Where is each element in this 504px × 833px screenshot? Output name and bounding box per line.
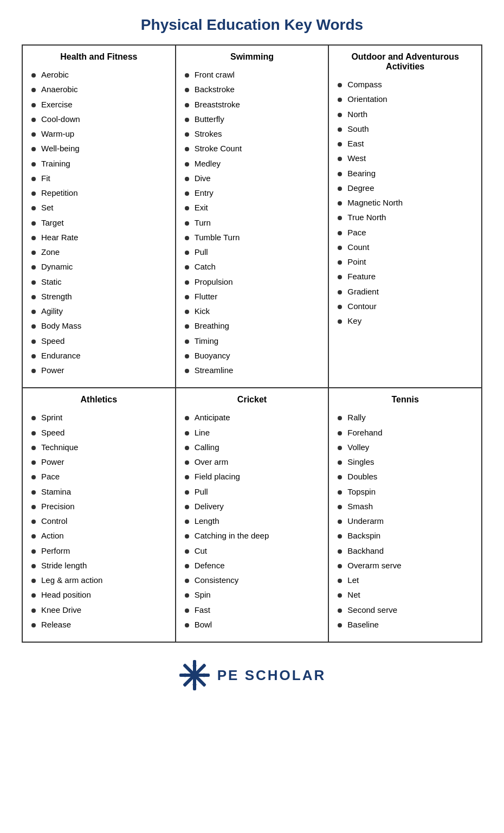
list-item: Entry [185,187,320,199]
keywords-table: Health and FitnessAerobicAnaerobicExerci… [22,44,482,643]
keyword-text: Stamina [41,485,71,498]
list-item: Breathing [185,319,320,332]
keyword-text: Well-being [41,142,80,155]
keyword-text: Underarm [347,515,384,527]
cell-athletics: AthleticsSprintSpeedTechniquePowerPaceSt… [22,388,176,642]
keyword-text: Count [347,241,369,253]
keyword-text: Fast [195,604,210,616]
logo-icon [178,659,211,691]
keyword-text: Key [347,315,361,327]
list-item: Well-being [31,142,166,155]
list-item: Baseline [338,618,473,631]
keyword-text: Delivery [195,500,224,512]
list-item: Fast [185,604,320,616]
list-item: Rally [338,411,473,424]
list-item: Endurance [31,349,166,362]
list-item: Degree [338,182,473,194]
list-item: West [338,152,473,164]
list-item: Dynamic [31,260,166,273]
keyword-text: Pace [41,470,60,483]
bullet-icon [31,103,36,107]
keyword-text: Tumble Turn [195,231,240,244]
keyword-text: Over arm [195,456,229,468]
list-item: Fit [31,172,166,184]
bullet-icon [185,310,189,314]
list-item: Calling [185,441,320,453]
keyword-text: Agility [41,305,63,317]
bullet-icon [338,319,342,324]
page-title: Physical Education Key Words [22,16,482,34]
list-item: Target [31,216,166,229]
bullet-icon [31,147,36,151]
bullet-icon [31,593,36,598]
list-item: Set [31,201,166,214]
bullet-icon [338,127,342,132]
bullet-icon [338,505,342,509]
bullet-icon [185,475,189,479]
list-item: Release [31,618,166,631]
keyword-text: Backhand [347,544,384,557]
list-item: Volley [338,441,473,453]
keyword-text: Spin [195,588,211,601]
bullet-icon [338,246,342,250]
keyword-text: Backstroke [195,83,235,95]
bullet-icon [31,251,36,255]
list-item: Over arm [185,456,320,468]
keyword-text: Dive [195,172,211,184]
keyword-text: Control [41,515,67,527]
bullet-icon [31,73,36,78]
bullet-icon [31,324,36,329]
list-item: Line [185,426,320,439]
footer: PE SCHOLAR [22,659,482,691]
bullet-icon [31,564,36,568]
list-item: Repetition [31,187,166,199]
bullet-icon [31,431,36,435]
list-item: Field placing [185,470,320,483]
list-item: Backstroke [185,83,320,95]
list-item: Gradient [338,285,473,298]
bullet-icon [31,608,36,613]
list-item: Hear Rate [31,231,166,244]
bullet-icon [31,118,36,122]
bullet-icon [185,206,189,210]
bullet-icon [338,275,342,279]
bullet-icon [338,113,342,117]
keyword-text: Smash [347,500,373,512]
list-item: True North [338,211,473,223]
keyword-text: Flutter [195,290,218,303]
bullet-icon [31,369,36,373]
list-item: Anticipate [185,411,320,424]
list-item: Catching in the deep [185,529,320,542]
keyword-text: Gradient [347,285,379,298]
keyword-text: Contour [347,300,376,312]
bullet-icon [185,162,189,166]
keyword-text: Power [41,364,64,376]
bullet-icon [31,354,36,358]
list-item: Cool-down [31,113,166,125]
list-item: Strength [31,290,166,303]
bullet-icon [338,431,342,435]
list-item: East [338,137,473,150]
cell-tennis: TennisRallyForehandVolleySinglesDoublesT… [328,388,482,642]
bullet-icon [185,251,189,255]
bullet-icon [338,172,342,176]
list-item: Zone [31,246,166,258]
keyword-text: Entry [195,187,214,199]
keyword-text: Exercise [41,98,73,111]
bullet-icon [338,460,342,465]
list-item: Feature [338,270,473,283]
keyword-text: Topspin [347,485,376,498]
bullet-icon [31,206,36,210]
bullet-icon [185,520,189,524]
bullet-icon [31,446,36,450]
bullet-icon [338,520,342,524]
bullet-icon [338,201,342,206]
list-item: Body Mass [31,319,166,332]
list-item: Key [338,315,473,327]
keyword-text: Anticipate [195,411,230,424]
list-item: Orientation [338,93,473,105]
list-item: Singles [338,456,473,468]
keyword-text: Singles [347,456,374,468]
keyword-text: Catching in the deep [195,529,269,542]
list-item: Length [185,515,320,527]
